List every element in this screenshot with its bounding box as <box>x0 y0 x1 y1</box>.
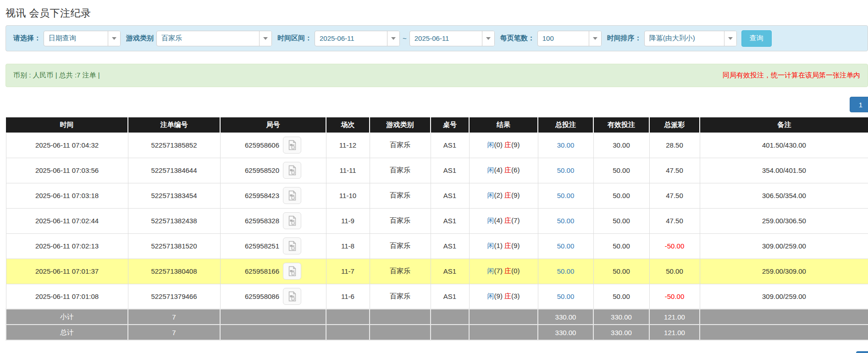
result-player-label: 闲 <box>487 242 494 249</box>
result-banker-score: (9) <box>511 141 520 149</box>
cell-note: 259.00/309.00 <box>700 259 868 284</box>
cell-valid-bet: 50.00 <box>593 284 649 309</box>
cell-session: 11-7 <box>326 259 370 284</box>
cell-payout: 28.50 <box>649 132 700 158</box>
game-type-select[interactable]: 百家乐 <box>156 31 272 46</box>
game-type-label: 游戏类别 <box>126 34 154 43</box>
table-row: 2025-06-11 07:01:08522571379466625958086… <box>6 284 868 309</box>
total-row-empty-session <box>326 325 370 340</box>
cell-result: 闲(7) 庄(0) <box>469 259 538 284</box>
cell-session: 11-10 <box>326 183 370 208</box>
cell-table-no: AS1 <box>431 208 469 233</box>
chevron-down-icon[interactable] <box>259 31 271 46</box>
cell-note: 401.50/430.00 <box>700 132 868 158</box>
cell-game-type: 百家乐 <box>370 158 431 183</box>
cell-note: 309.00/259.00 <box>700 233 868 259</box>
result-player-label: 闲 <box>487 141 494 149</box>
date-from-value: 2025-06-11 <box>315 34 387 42</box>
video-record-icon[interactable] <box>283 162 301 179</box>
search-button[interactable]: 查询 <box>741 30 772 47</box>
cell-session: 11-12 <box>326 132 370 158</box>
sort-select[interactable]: 降冪(由大到小) <box>644 31 737 46</box>
cell-result: 闲(1) 庄(9) <box>469 233 538 259</box>
table-header: 时间注单编号局号场次游戏类别桌号结果总投注有效投注总派彩备注 <box>6 117 868 132</box>
total-bet-link[interactable]: 50.00 <box>557 267 575 275</box>
cell-note: 309.00/259.00 <box>700 284 868 309</box>
total-bet-link[interactable]: 50.00 <box>557 242 575 250</box>
per-page-select[interactable]: 100 <box>537 31 602 46</box>
video-record-icon[interactable] <box>283 212 301 229</box>
pagination-page-button[interactable]: 1 <box>850 97 868 112</box>
total-row-total-bet: 330.00 <box>538 325 593 340</box>
result-player-score: (4) <box>494 166 503 174</box>
sort-value: 降冪(由大到小) <box>645 34 724 43</box>
subtotal-row-empty-game <box>370 309 431 325</box>
cell-payout: -50.00 <box>649 233 700 259</box>
result-banker-label: 庄 <box>504 267 511 275</box>
date-range-label: 时间区间： <box>277 34 312 43</box>
subtotal-row-count: 7 <box>128 309 220 325</box>
cell-result: 闲(4) 庄(6) <box>469 158 538 183</box>
cell-bet-id: 522571384644 <box>128 158 220 183</box>
total-row-valid-bet: 330.00 <box>593 325 649 340</box>
result-banker-score: (0) <box>511 267 520 275</box>
video-record-icon[interactable] <box>283 288 301 305</box>
date-range-tilde: ~ <box>403 34 407 42</box>
result-banker-score: (9) <box>511 242 520 249</box>
video-record-icon[interactable] <box>283 263 301 280</box>
date-to-select[interactable]: 2025-06-11 <box>409 31 495 46</box>
cell-time: 2025-06-11 07:04:32 <box>6 132 128 158</box>
total-bet-link[interactable]: 50.00 <box>557 217 575 225</box>
video-record-icon[interactable] <box>283 237 301 254</box>
table-row: 2025-06-11 07:02:44522571382438625958328… <box>6 208 868 233</box>
round-number: 625958423 <box>245 192 279 199</box>
total-row: 总计7330.00330.00121.00 <box>6 325 868 340</box>
select-label: 请选择： <box>13 34 41 43</box>
cell-payout: 47.50 <box>649 208 700 233</box>
cell-game-type: 百家乐 <box>370 284 431 309</box>
subtotal-row-payout: 121.00 <box>649 309 700 325</box>
total-bet-link[interactable]: 30.00 <box>557 141 575 149</box>
date-from-select[interactable]: 2025-06-11 <box>315 31 400 46</box>
cell-total-bet: 50.00 <box>538 183 593 208</box>
total-bet-link[interactable]: 50.00 <box>557 292 575 300</box>
cell-bet-id: 522571381520 <box>128 233 220 259</box>
cell-time: 2025-06-11 07:02:13 <box>6 233 128 259</box>
query-type-select[interactable]: 日期查询 <box>44 31 121 46</box>
cell-note: 354.00/401.50 <box>700 158 868 183</box>
cell-valid-bet: 50.00 <box>593 259 649 284</box>
column-header-7: 总投注 <box>538 117 593 132</box>
result-player-label: 闲 <box>487 191 494 199</box>
result-banker-label: 庄 <box>504 166 511 174</box>
cell-session: 11-6 <box>326 284 370 309</box>
table-row: 2025-06-11 07:04:32522571385852625958606… <box>6 132 868 158</box>
result-player-label: 闲 <box>487 166 494 174</box>
result-player-score: (4) <box>494 216 503 224</box>
subtotal-row-empty-round <box>220 309 326 325</box>
pagination-bottom-partial[interactable] <box>856 351 868 353</box>
result-player-label: 闲 <box>487 267 494 275</box>
total-bet-link[interactable]: 50.00 <box>557 166 575 174</box>
chevron-down-icon[interactable] <box>108 31 120 46</box>
chevron-down-icon[interactable] <box>724 31 736 46</box>
cell-session: 11-9 <box>326 208 370 233</box>
round-number: 625958328 <box>245 217 279 225</box>
total-row-empty-table <box>431 325 469 340</box>
cell-bet-id: 522571380408 <box>128 259 220 284</box>
chevron-down-icon[interactable] <box>482 31 494 46</box>
cell-payout: -50.00 <box>649 284 700 309</box>
cell-round-id: 625958423 <box>220 183 326 208</box>
video-record-icon[interactable] <box>283 137 301 154</box>
chevron-down-icon[interactable] <box>589 31 601 46</box>
chevron-down-icon[interactable] <box>387 31 399 46</box>
total-bet-link[interactable]: 50.00 <box>557 192 575 199</box>
video-record-icon[interactable] <box>283 187 301 204</box>
cell-payout: 47.50 <box>649 183 700 208</box>
round-wrap: 625958606 <box>221 137 326 154</box>
subtotal-row-empty-result <box>469 309 538 325</box>
result-player-label: 闲 <box>487 216 494 224</box>
cell-result: 闲(0) 庄(9) <box>469 132 538 158</box>
cell-payout: 47.50 <box>649 158 700 183</box>
cell-valid-bet: 50.00 <box>593 158 649 183</box>
round-wrap: 625958520 <box>221 162 326 179</box>
